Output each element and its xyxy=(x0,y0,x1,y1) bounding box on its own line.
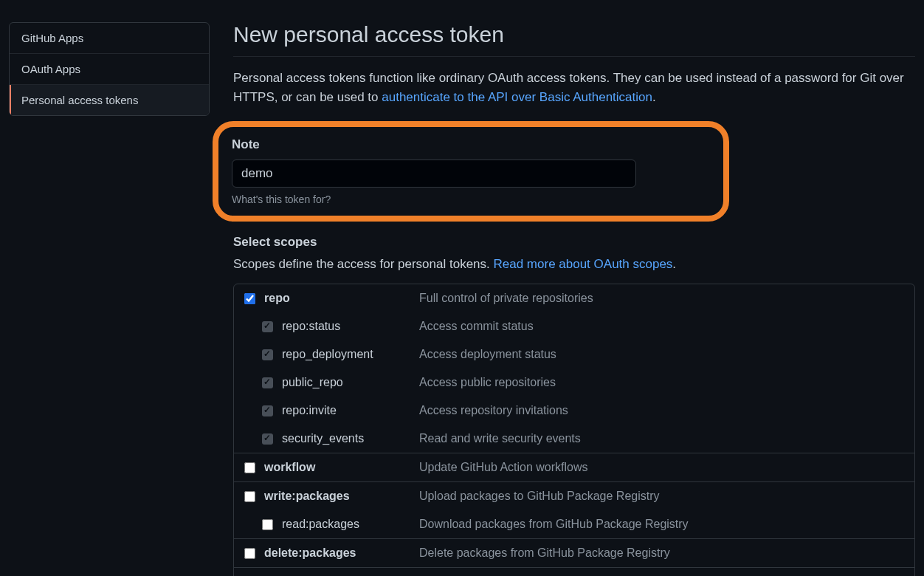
scope-row-delete-packages: delete:packages Delete packages from Git… xyxy=(234,539,914,567)
scope-group-repo: repo Full control of private repositorie… xyxy=(234,284,914,453)
scope-checkbox-read-packages[interactable] xyxy=(262,519,273,530)
scopes-intro: Scopes define the access for personal to… xyxy=(233,257,915,272)
scope-desc: Download packages from GitHub Package Re… xyxy=(419,518,689,531)
note-hint: What's this token for? xyxy=(232,193,710,205)
select-scopes-heading: Select scopes xyxy=(233,235,915,250)
scope-group-delete-packages: delete:packages Delete packages from Git… xyxy=(234,539,914,568)
scope-checkbox-write-packages[interactable] xyxy=(244,491,255,502)
scope-row-repo: repo Full control of private repositorie… xyxy=(234,284,914,312)
scope-checkbox-delete-packages[interactable] xyxy=(244,548,255,559)
scope-checkbox-repo-invite[interactable] xyxy=(262,405,273,416)
settings-sidebar: GitHub Apps OAuth Apps Personal access t… xyxy=(9,22,210,116)
intro-link-authenticate[interactable]: authenticate to the API over Basic Authe… xyxy=(382,90,652,104)
sidebar-item-github-apps[interactable]: GitHub Apps xyxy=(10,23,209,54)
scope-row-repo-invite: repo:invite Access repository invitation… xyxy=(234,397,914,425)
sidebar-item-label: GitHub Apps xyxy=(21,32,83,44)
scope-name: write:packages xyxy=(264,490,419,503)
scope-desc: Access deployment status xyxy=(419,348,556,361)
scopes-intro-prefix: Scopes define the access for personal to… xyxy=(233,257,493,271)
scope-name: delete:packages xyxy=(264,546,419,560)
scope-group-admin-org: admin:org Full control of orgs and teams… xyxy=(234,568,914,576)
scope-desc: Delete packages from GitHub Package Regi… xyxy=(419,546,670,560)
scope-row-admin-org: admin:org Full control of orgs and teams… xyxy=(234,568,914,576)
intro-paragraph: Personal access tokens function like ord… xyxy=(233,69,915,106)
scope-desc: Full control of private repositories xyxy=(419,292,593,305)
main-content: New personal access token Personal acces… xyxy=(233,22,915,576)
sidebar-item-label: OAuth Apps xyxy=(21,63,80,75)
scope-name: repo xyxy=(264,292,419,305)
scope-name: public_repo xyxy=(282,376,419,389)
scope-row-write-packages: write:packages Upload packages to GitHub… xyxy=(234,482,914,510)
scope-name: security_events xyxy=(282,432,419,445)
scope-desc: Update GitHub Action workflows xyxy=(419,461,588,474)
note-input[interactable] xyxy=(232,160,636,188)
scope-desc: Read and write security events xyxy=(419,432,581,445)
scope-desc: Access public repositories xyxy=(419,376,556,389)
page-title: New personal access token xyxy=(233,22,915,57)
scope-row-public-repo: public_repo Access public repositories xyxy=(234,368,914,397)
scopes-intro-suffix: . xyxy=(672,257,676,271)
scope-name: workflow xyxy=(264,461,419,474)
sidebar-item-personal-access-tokens[interactable]: Personal access tokens xyxy=(10,85,209,115)
scope-name: repo:status xyxy=(282,320,419,333)
sidebar-item-label: Personal access tokens xyxy=(21,94,138,106)
scope-row-workflow: workflow Update GitHub Action workflows xyxy=(234,453,914,481)
intro-text-suffix: . xyxy=(652,90,656,104)
scope-checkbox-workflow[interactable] xyxy=(244,462,255,473)
scopes-intro-link[interactable]: Read more about OAuth scopes xyxy=(493,257,672,271)
scope-checkbox-repo-status[interactable] xyxy=(262,321,273,332)
scope-checkbox-repo-deployment[interactable] xyxy=(262,349,273,360)
scope-row-read-packages: read:packages Download packages from Git… xyxy=(234,510,914,538)
sidebar-item-oauth-apps[interactable]: OAuth Apps xyxy=(10,54,209,85)
scope-checkbox-repo[interactable] xyxy=(244,293,255,304)
scope-name: repo_deployment xyxy=(282,348,419,361)
scope-group-workflow: workflow Update GitHub Action workflows xyxy=(234,453,914,482)
scope-row-security-events: security_events Read and write security … xyxy=(234,425,914,453)
scope-checkbox-public-repo[interactable] xyxy=(262,377,273,388)
note-highlight-box: Note What's this token for? xyxy=(213,121,729,222)
scope-name: read:packages xyxy=(282,518,419,531)
scope-group-write-packages: write:packages Upload packages to GitHub… xyxy=(234,482,914,539)
scope-desc: Access commit status xyxy=(419,320,534,333)
scope-desc: Upload packages to GitHub Package Regist… xyxy=(419,490,660,503)
scope-desc: Access repository invitations xyxy=(419,404,568,417)
scope-row-repo-deployment: repo_deployment Access deployment status xyxy=(234,340,914,368)
scope-checkbox-security-events[interactable] xyxy=(262,433,273,445)
scope-row-repo-status: repo:status Access commit status xyxy=(234,312,914,340)
scopes-box: repo Full control of private repositorie… xyxy=(233,284,915,576)
note-label: Note xyxy=(232,137,710,152)
scope-name: repo:invite xyxy=(282,404,419,417)
